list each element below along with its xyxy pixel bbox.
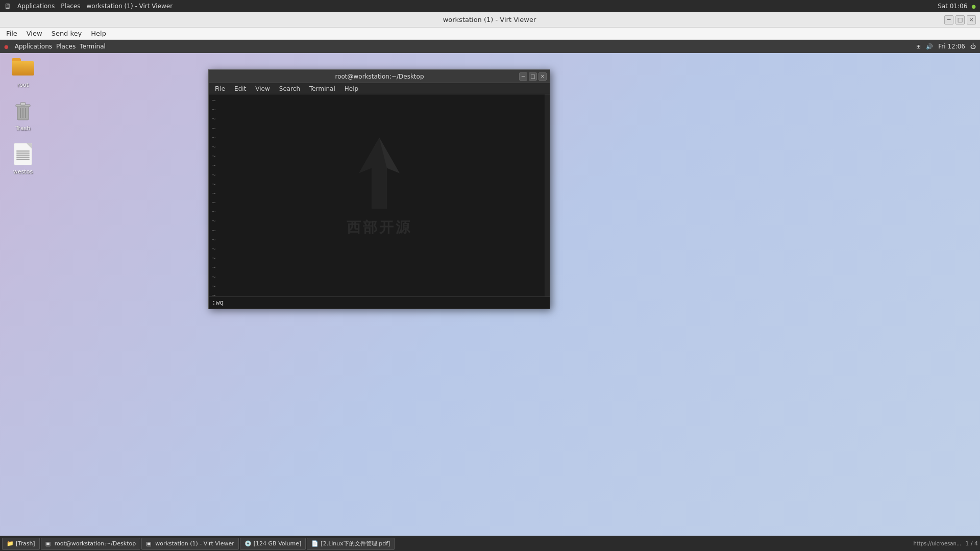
taskbar-item-trash[interactable]: 📁 [Trash]: [2, 538, 40, 550]
guest-panel: ● Applications Places Terminal ⊞ 🔊 Fri 1…: [0, 40, 980, 53]
terminal-statusbar: :wq: [209, 296, 550, 309]
folder-body: [12, 61, 34, 76]
taskbar-page-indicator: 1 / 4: [965, 540, 978, 547]
svg-rect-2: [20, 103, 26, 105]
taskbar-terminal-label: root@workstation:~/Desktop: [55, 540, 136, 547]
guest-places-label[interactable]: Places: [56, 43, 76, 50]
guest-network-icon: ⊞: [916, 43, 921, 50]
taskbar-terminal-icon: ▣: [45, 540, 53, 547]
term-menu-help[interactable]: Help: [340, 85, 362, 93]
taskbar-item-volume[interactable]: 💿 [124 GB Volume]: [240, 538, 306, 550]
root-folder-icon: [11, 55, 35, 80]
virt-viewer-menubar: File View Send key Help: [0, 28, 980, 40]
vv-close-button[interactable]: ×: [967, 15, 976, 24]
host-places-label[interactable]: Places: [61, 3, 80, 10]
desktop-icon-westos[interactable]: westos: [5, 142, 41, 175]
virt-viewer-titlebar: workstation (1) - Virt Viewer − □ ×: [0, 12, 980, 28]
taskbar-trash-label: [Trash]: [16, 540, 35, 547]
host-topbar: 🖥 Applications Places workstation (1) - …: [0, 0, 980, 12]
term-menu-edit[interactable]: Edit: [230, 85, 250, 93]
virt-viewer-controls: − □ ×: [944, 15, 976, 24]
vv-maximize-button[interactable]: □: [955, 15, 965, 24]
vv-menu-sendkey[interactable]: Send key: [47, 29, 86, 38]
term-close-button[interactable]: ×: [538, 72, 547, 81]
virt-viewer-window: workstation (1) - Virt Viewer − □ × File…: [0, 12, 980, 551]
terminal-command[interactable]: :wq: [212, 299, 224, 307]
terminal-scrollbar[interactable]: [545, 94, 550, 296]
terminal-content: ~ ~ ~ ~ ~ ~ ~ ~ ~ ~ ~ ~ ~ ~ ~ ~ ~: [212, 96, 547, 296]
guest-power-icon: ⏻: [970, 43, 976, 50]
desktop-icons: root Trash: [5, 55, 41, 175]
term-menu-file[interactable]: File: [211, 85, 229, 93]
trash-icon: [11, 98, 35, 123]
taskbar-volume-icon: 💿: [244, 540, 252, 547]
taskbar-right: https://uicroesan... 1 / 4: [913, 540, 978, 547]
trash-icon-label: Trash: [15, 125, 30, 132]
guest-panel-icon: ●: [4, 44, 9, 49]
host-apps-label[interactable]: Applications: [17, 3, 55, 10]
guest-desktop: ● Applications Places Terminal ⊞ 🔊 Fri 1…: [0, 40, 980, 551]
terminal-menubar: File Edit View Search Terminal Help: [209, 83, 550, 94]
taskbar-item-pdf[interactable]: 📄 [2.Linux下的文件管理.pdf]: [307, 538, 395, 550]
taskbar-pdf-label: [2.Linux下的文件管理.pdf]: [321, 540, 390, 547]
terminal-titlebar: root@workstation:~/Desktop − □ ×: [209, 70, 550, 83]
term-menu-view[interactable]: View: [251, 85, 274, 93]
root-icon-label: root: [17, 82, 29, 88]
guest-panel-left: ● Applications Places Terminal: [4, 43, 106, 50]
term-menu-terminal[interactable]: Terminal: [305, 85, 339, 93]
taskbar-item-terminal[interactable]: ▣ root@workstation:~/Desktop: [41, 538, 141, 550]
guest-terminal-label[interactable]: Terminal: [80, 43, 106, 50]
host-topbar-right: Sat 01:06 ●: [938, 3, 976, 10]
taskbar-pdf-icon: 📄: [311, 540, 318, 547]
term-minimize-button[interactable]: −: [519, 72, 527, 81]
guest-apps-label[interactable]: Applications: [15, 43, 52, 50]
terminal-window: root@workstation:~/Desktop − □ × File Ed…: [208, 69, 550, 309]
host-indicator: ●: [971, 4, 976, 9]
file-shape: [14, 143, 32, 165]
desktop-icon-trash[interactable]: Trash: [5, 98, 41, 132]
folder-shape: [12, 58, 34, 77]
taskbar-item-virt[interactable]: ▣ workstation (1) - Virt Viewer: [141, 538, 239, 550]
vv-menu-help[interactable]: Help: [87, 29, 110, 38]
taskbar-folder-icon: 📁: [7, 540, 14, 547]
virt-viewer-title: workstation (1) - Virt Viewer: [35, 16, 944, 23]
vv-menu-view[interactable]: View: [22, 29, 46, 38]
taskbar-url-hint: https://uicroesan...: [913, 541, 961, 546]
term-maximize-button[interactable]: □: [529, 72, 537, 81]
trash-icon-svg: [13, 99, 33, 122]
terminal-title: root@workstation:~/Desktop: [240, 73, 519, 80]
taskbar-virt-label: workstation (1) - Virt Viewer: [155, 540, 234, 547]
terminal-body[interactable]: ~ ~ ~ ~ ~ ~ ~ ~ ~ ~ ~ ~ ~ ~ ~ ~ ~: [209, 94, 550, 296]
guest-sound-icon: 🔊: [926, 43, 933, 50]
taskbar-volume-label: [124 GB Volume]: [254, 540, 302, 547]
vv-minimize-button[interactable]: −: [944, 15, 953, 24]
term-menu-search[interactable]: Search: [275, 85, 304, 93]
westos-file-icon: [11, 142, 35, 166]
host-time: Sat 01:06: [938, 3, 967, 10]
file-content: [16, 151, 30, 161]
westos-icon-label: westos: [13, 168, 33, 175]
guest-taskbar: 📁 [Trash] ▣ root@workstation:~/Desktop ▣…: [0, 536, 980, 551]
terminal-controls: − □ ×: [519, 72, 547, 81]
guest-time: Fri 12:06: [938, 43, 965, 50]
host-window-title-top: workstation (1) - Virt Viewer: [86, 3, 173, 10]
vv-menu-file[interactable]: File: [2, 29, 21, 38]
host-apps-icon: 🖥: [4, 2, 11, 10]
host-topbar-left: 🖥 Applications Places workstation (1) - …: [4, 2, 173, 10]
guest-panel-right: ⊞ 🔊 Fri 12:06 ⏻: [916, 43, 976, 50]
desktop-icon-root[interactable]: root: [5, 55, 41, 88]
taskbar-virt-icon: ▣: [146, 540, 153, 547]
